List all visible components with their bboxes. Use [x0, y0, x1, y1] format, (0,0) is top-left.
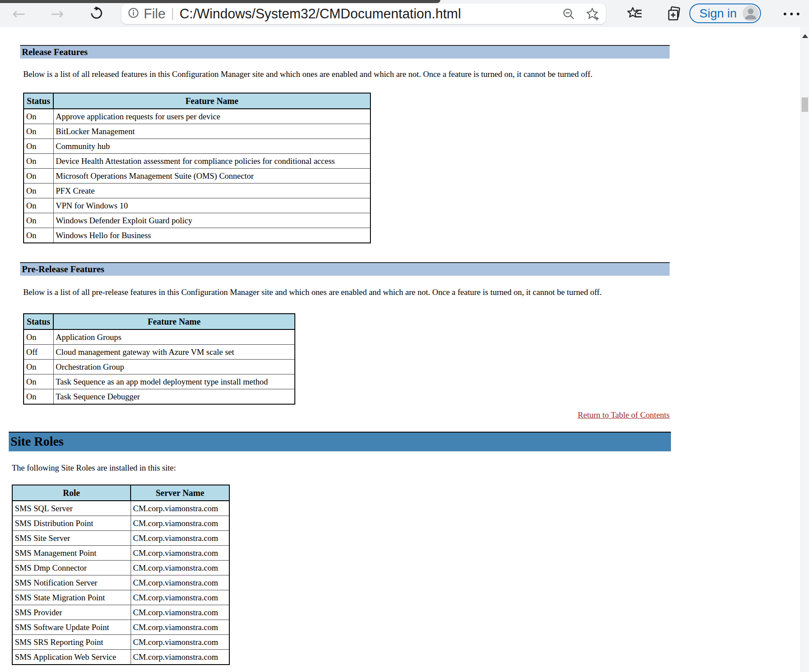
add-favorite-icon[interactable]	[586, 7, 600, 21]
table-row: SMS SRS Reporting PointCM.corp.viamonstr…	[12, 635, 229, 650]
table-cell: On	[24, 213, 53, 228]
page-content: Release Features Below is a list of all …	[0, 27, 800, 672]
tab-strip-edge	[0, 0, 440, 3]
sign-in-button[interactable]: Sign in	[689, 3, 761, 23]
table-row: OnApplication Groups	[24, 329, 295, 345]
refresh-icon	[89, 6, 104, 24]
table-cell: On	[24, 360, 53, 374]
table-cell: CM.corp.viamonstra.com	[131, 516, 229, 531]
table-row: OnMicrosoft Operations Management Suite …	[24, 169, 370, 184]
settings-menu-button[interactable]	[780, 5, 803, 23]
table-row: SMS ProviderCM.corp.viamonstra.com	[12, 605, 229, 620]
column-header: Role	[12, 485, 131, 501]
table-cell: CM.corp.viamonstra.com	[131, 620, 229, 635]
site-roles-table: RoleServer NameSMS SQL ServerCM.corp.via…	[12, 485, 230, 665]
table-cell: Microsoft Operations Management Suite (O…	[53, 169, 370, 184]
favorites-star-lines-icon	[627, 6, 643, 23]
scroll-up-arrow-icon[interactable]	[802, 34, 808, 38]
table-cell: Community hub	[53, 139, 370, 154]
table-cell: On	[24, 329, 53, 345]
table-cell: SMS Software Update Point	[12, 620, 131, 635]
table-row: SMS Application Web ServiceCM.corp.viamo…	[12, 650, 229, 665]
back-button[interactable]: ←	[10, 5, 28, 23]
table-row: OnWindows Defender Exploit Guard policy	[24, 213, 370, 228]
browser-toolbar: ← → File C:/Windows/System32/CMDocumenta…	[0, 0, 809, 28]
table-cell: SMS State Migration Point	[12, 590, 131, 605]
table-cell: On	[24, 169, 53, 184]
table-cell: SMS Provider	[12, 605, 131, 620]
vertical-scrollbar[interactable]	[800, 27, 809, 672]
table-row: OnVPN for Windows 10	[24, 198, 370, 213]
table-cell: PFX Create	[53, 184, 370, 198]
table-header-row: StatusFeature Name	[24, 314, 295, 329]
table-row: OffCloud management gateway with Azure V…	[24, 345, 295, 360]
table-cell: On	[24, 124, 53, 139]
table-cell: CM.corp.viamonstra.com	[131, 635, 229, 650]
table-row: OnApprove application requests for users…	[24, 109, 370, 124]
address-bar[interactable]: File C:/Windows/System32/CMDocumentation…	[121, 3, 606, 24]
forward-button[interactable]: →	[48, 5, 66, 23]
release-features-heading: Release Features	[20, 45, 670, 59]
column-header: Feature Name	[53, 314, 295, 329]
column-header: Status	[24, 93, 53, 109]
table-cell: Windows Hello for Business	[53, 228, 370, 243]
table-cell: SMS Application Web Service	[12, 650, 131, 665]
table-cell: Application Groups	[53, 329, 295, 345]
address-separator	[172, 8, 173, 20]
url-text[interactable]: C:/Windows/System32/CMDocumentation.html	[180, 6, 552, 22]
return-to-toc-link[interactable]: Return to Table of Contents	[578, 410, 670, 419]
table-cell: On	[24, 184, 53, 198]
table-header-row: RoleServer Name	[12, 485, 229, 501]
table-cell: Off	[24, 345, 53, 360]
table-cell: On	[24, 154, 53, 169]
table-cell: Task Sequence as an app model deployment…	[53, 374, 295, 389]
table-row: OnOrchestration Group	[24, 360, 295, 374]
prerelease-features-table: StatusFeature NameOnApplication GroupsOf…	[23, 313, 295, 405]
table-row: SMS Software Update PointCM.corp.viamons…	[12, 620, 229, 635]
table-cell: SMS SRS Reporting Point	[12, 635, 131, 650]
table-cell: CM.corp.viamonstra.com	[131, 575, 229, 590]
table-row: OnTask Sequence as an app model deployme…	[24, 374, 295, 389]
table-cell: Windows Defender Exploit Guard policy	[53, 213, 370, 228]
table-cell: BitLocker Management	[53, 124, 370, 139]
collections-button[interactable]	[664, 5, 684, 23]
table-header-row: StatusFeature Name	[24, 93, 370, 109]
table-row: SMS Management PointCM.corp.viamonstra.c…	[12, 546, 229, 561]
table-cell: On	[24, 198, 53, 213]
page-info-icon[interactable]	[128, 7, 139, 21]
table-cell: CM.corp.viamonstra.com	[131, 561, 229, 575]
column-header: Server Name	[131, 485, 229, 501]
dot-icon	[797, 13, 799, 15]
table-cell: On	[24, 228, 53, 243]
table-cell: Task Sequence Debugger	[53, 389, 295, 405]
table-cell: Approve application requests for users p…	[53, 109, 370, 124]
dot-icon	[790, 13, 793, 15]
collections-icon	[666, 6, 682, 23]
table-cell: VPN for Windows 10	[53, 198, 370, 213]
site-roles-intro: The following Site Roles are installed i…	[12, 463, 800, 473]
avatar	[743, 5, 759, 21]
scrollbar-thumb[interactable]	[802, 97, 808, 112]
table-cell: Orchestration Group	[53, 360, 295, 374]
table-cell: Device Health Attestation assessment for…	[53, 154, 370, 169]
table-row: OnCommunity hub	[24, 139, 370, 154]
table-row: OnPFX Create	[24, 184, 370, 198]
favorites-button[interactable]	[625, 5, 644, 23]
sign-in-label: Sign in	[699, 7, 737, 21]
table-row: OnDevice Health Attestation assessment f…	[24, 154, 370, 169]
table-cell: CM.corp.viamonstra.com	[131, 546, 229, 561]
table-cell: CM.corp.viamonstra.com	[131, 605, 229, 620]
table-cell: CM.corp.viamonstra.com	[131, 531, 229, 546]
table-cell: CM.corp.viamonstra.com	[131, 650, 229, 665]
table-row: SMS Site ServerCM.corp.viamonstra.com	[12, 531, 229, 546]
table-cell: SMS SQL Server	[12, 501, 131, 516]
table-row: OnBitLocker Management	[24, 124, 370, 139]
zoom-out-icon[interactable]	[562, 7, 575, 21]
prerelease-features-intro: Below is a list of all pre-release featu…	[23, 287, 664, 298]
refresh-button[interactable]	[87, 6, 106, 24]
table-cell: CM.corp.viamonstra.com	[131, 590, 229, 605]
table-cell: On	[24, 389, 53, 405]
url-scheme-label: File	[144, 6, 166, 22]
table-cell: Cloud management gateway with Azure VM s…	[53, 345, 295, 360]
table-cell: On	[24, 109, 53, 124]
